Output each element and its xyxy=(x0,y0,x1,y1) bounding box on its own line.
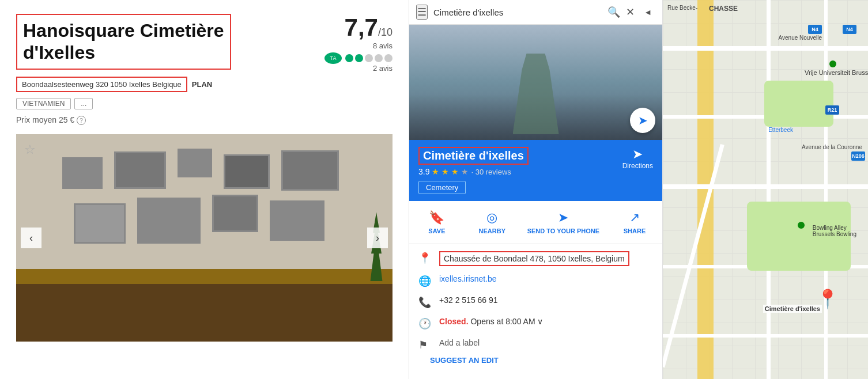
favorite-star[interactable]: ☆ xyxy=(24,142,36,157)
hours-text: Closed. Opens at 8:00 AM ∨ xyxy=(439,317,543,326)
hamburger-menu[interactable]: ☰ xyxy=(416,5,428,20)
save-action[interactable]: 🔖 SAVE xyxy=(417,210,457,234)
place-dot-bowling xyxy=(798,222,805,229)
map-background[interactable]: Rue Becke- CHASSE Avenue Nouvelle Etterb… xyxy=(663,0,868,379)
info-header: Cimetière d'ixelles 3.9 ★ ★ ★ ★ · 30 rev… xyxy=(409,140,662,201)
action-bar: 🔖 SAVE ◎ NEARBY ➤ SEND TO YOUR PHONE ↗ S… xyxy=(409,201,662,244)
road-h5 xyxy=(663,334,868,338)
road-h3 xyxy=(663,184,868,189)
road-v2 xyxy=(824,0,828,379)
frame-7 xyxy=(137,198,201,244)
tag-more[interactable]: ... xyxy=(74,98,93,109)
send-action[interactable]: ➤ SEND TO YOUR PHONE xyxy=(527,210,600,234)
rating-value: 3.9 xyxy=(418,167,429,176)
place-dot-vrije xyxy=(829,60,836,67)
hours-expand[interactable]: ∨ xyxy=(537,317,543,326)
frame-8 xyxy=(212,195,258,232)
collapse-button[interactable]: ◄ xyxy=(640,7,655,17)
map-label-becke: Rue Becke- xyxy=(667,5,697,11)
address-icon: 📍 xyxy=(418,252,431,264)
nearby-icon: ◎ xyxy=(486,210,497,225)
send-icon: ➤ xyxy=(558,210,568,225)
address-box: Boondaalsesteenweg 320 1050 Ixelles Belg… xyxy=(16,77,187,92)
search-button[interactable]: 🔍 xyxy=(607,6,620,18)
hotel-title: Hanoisquare Cimetière d'Ixelles xyxy=(16,14,231,70)
save-icon: 🔖 xyxy=(429,210,444,225)
frame-3 xyxy=(178,149,212,177)
website-link[interactable]: ixelles.irisnet.be xyxy=(439,274,497,283)
ta-circle-3 xyxy=(365,54,373,62)
frame-4 xyxy=(224,154,270,189)
title-line2: d'Ixelles xyxy=(23,42,95,63)
flag-icon: ⚑ xyxy=(418,339,431,351)
tripadvisor-row: TA xyxy=(324,52,393,64)
address-row: Boondaalsesteenweg 320 1050 Ixelles Belg… xyxy=(16,77,393,92)
open-hours: Opens at 8:00 AM xyxy=(470,317,535,326)
star-1: ★ xyxy=(432,167,439,176)
left-panel: Hanoisquare Cimetière d'Ixelles 7,7/10 8… xyxy=(0,0,409,379)
highway-r21: R21 xyxy=(825,104,839,115)
ta-circle-2 xyxy=(355,54,363,62)
directions-label: Directions xyxy=(622,162,653,170)
highway-r21-label: R21 xyxy=(825,105,839,115)
highway-n4-2-label: N4 xyxy=(808,25,822,34)
frame-1 xyxy=(62,157,103,189)
rating-block: 7,7/10 8 avis TA 2 avis xyxy=(324,14,393,73)
closed-label: Closed. xyxy=(439,317,469,326)
phone-row: 📞 +32 2 515 66 91 xyxy=(418,295,653,309)
directions-icon: ➤ xyxy=(622,147,653,162)
right-panel: Rue Becke- CHASSE Avenue Nouvelle Etterb… xyxy=(663,0,868,379)
clock-icon: 🕐 xyxy=(418,317,431,330)
directions-float-button[interactable]: ➤ xyxy=(630,108,655,133)
add-label-text[interactable]: Add a label xyxy=(439,338,480,347)
close-button[interactable]: ✕ xyxy=(626,6,635,18)
help-icon[interactable]: ? xyxy=(77,116,86,125)
plan-link[interactable]: PLAN xyxy=(192,80,212,89)
ta-avis: 2 avis xyxy=(324,64,393,73)
avis-count: 8 avis xyxy=(324,41,393,50)
frame-5 xyxy=(281,150,339,191)
floor xyxy=(16,284,393,342)
share-label: SHARE xyxy=(624,228,646,234)
ta-circle-1 xyxy=(345,54,353,62)
website-row: 🌐 ixelles.irisnet.be xyxy=(418,274,653,287)
reviews-count: · 30 reviews xyxy=(471,168,511,176)
nearby-action[interactable]: ◎ NEARBY xyxy=(472,210,512,234)
star-4: ★ xyxy=(461,167,469,176)
ta-circle-5 xyxy=(384,54,393,62)
photo-next-button[interactable]: › xyxy=(367,228,388,248)
place-photo: ➤ xyxy=(409,25,662,140)
category-tag[interactable]: Cemetery xyxy=(418,176,529,194)
photo-prev-button[interactable]: ‹ xyxy=(21,228,41,248)
save-label: SAVE xyxy=(428,228,445,234)
map-label-chasse: CHASSE xyxy=(709,5,738,13)
road-h1 xyxy=(663,46,868,51)
photo-container: ☆ ‹ › xyxy=(16,134,393,342)
directions-block[interactable]: ➤ Directions xyxy=(622,147,653,170)
star-3: ★ xyxy=(451,167,459,176)
road-v1 xyxy=(767,0,771,379)
map-label-bowling: Bowling AlleyBrussels Bowling xyxy=(813,225,856,237)
phone-text: +32 2 515 66 91 xyxy=(439,295,498,305)
frame-9 xyxy=(270,200,324,241)
highway-n4-2: N4 xyxy=(808,23,822,34)
details-section: 📍 Chaussée de Boondael 478, 1050 Ixelles… xyxy=(409,244,662,358)
park-area-1 xyxy=(764,81,833,127)
map-label-nouvelle: Avenue Nouvelle xyxy=(779,35,822,41)
send-label: SEND TO YOUR PHONE xyxy=(527,228,600,234)
map-label-etterbeek: Etterbeek xyxy=(768,127,793,133)
prix-label: Prix moyen 25 € xyxy=(16,115,74,124)
ta-circles xyxy=(345,54,393,62)
address-text: Chaussée de Boondael 478, 1050 Ixelles, … xyxy=(439,251,629,266)
highway-n206-label: N206 xyxy=(851,151,865,161)
info-title-block: Cimetière d'ixelles 3.9 ★ ★ ★ ★ · 30 rev… xyxy=(418,147,529,194)
title-line1: Hanoisquare Cimetière xyxy=(23,20,224,41)
highway-n206: N206 xyxy=(851,150,865,161)
directions-float-icon: ➤ xyxy=(638,113,648,127)
suggest-edit-link[interactable]: SUGGEST AN EDIT xyxy=(430,356,662,365)
highway-n4: N4 xyxy=(843,23,856,34)
tag-vietnamien[interactable]: VIETNAMIEN xyxy=(16,98,71,109)
share-action[interactable]: ↗ SHARE xyxy=(614,210,655,234)
search-input[interactable] xyxy=(433,7,602,17)
rating-row: 3.9 ★ ★ ★ ★ · 30 reviews xyxy=(418,167,529,176)
